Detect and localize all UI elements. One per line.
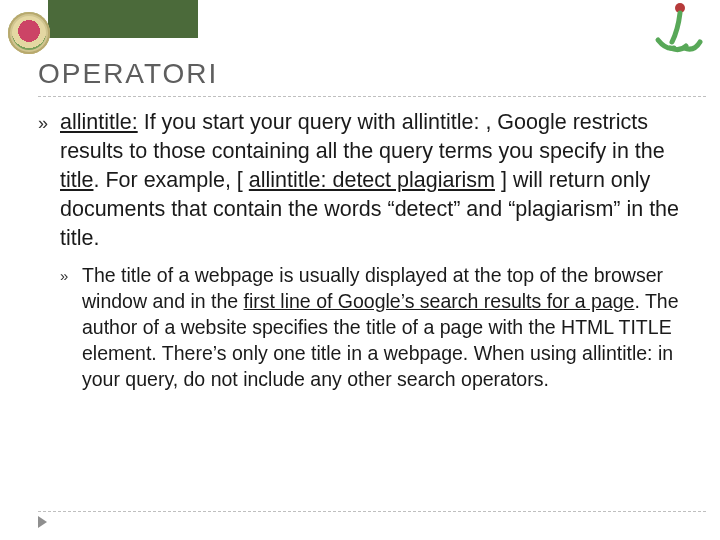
next-arrow-icon [38, 516, 47, 528]
operator-keyword: allintitle: [60, 110, 138, 134]
slide-title: OPERATORI [38, 58, 218, 90]
main-text-2: . For example, [ [93, 168, 248, 192]
bullet-icon: » [60, 263, 82, 286]
content-area: » allintitle: If you start your query wi… [38, 108, 692, 403]
main-bullet-text: allintitle: If you start your query with… [60, 108, 692, 253]
bullet-icon: » [38, 108, 60, 135]
example-query: allintitle: detect plagiarism [249, 168, 495, 192]
header-accent-bar [48, 0, 198, 38]
title-divider [38, 96, 706, 97]
green-figure-logo [650, 0, 706, 54]
footer-divider [38, 511, 706, 512]
title-word: title [60, 168, 93, 192]
main-bullet: » allintitle: If you start your query wi… [38, 108, 692, 253]
main-text-1: If you start your query with allintitle:… [60, 110, 665, 163]
university-seal-logo [8, 12, 50, 54]
google-results-link: first line of Google’s search results fo… [244, 290, 635, 312]
sub-bullet: » The title of a webpage is usually disp… [60, 263, 692, 393]
sub-bullet-text: The title of a webpage is usually displa… [82, 263, 692, 393]
sub-bullet-container: » The title of a webpage is usually disp… [38, 263, 692, 393]
